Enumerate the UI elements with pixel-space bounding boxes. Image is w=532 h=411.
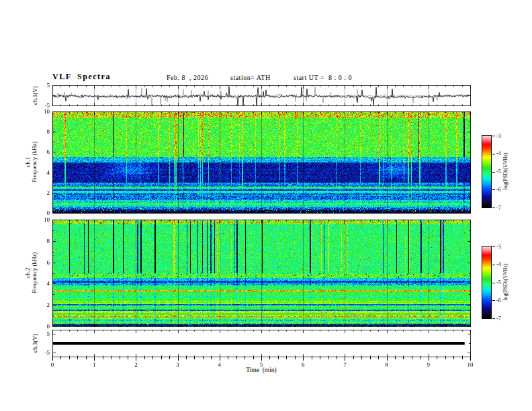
time-axis-tick [245, 357, 245, 359]
colorbar-1-tick--3: -3 [496, 134, 501, 139]
time-axis-tick [312, 357, 312, 359]
time-axis-tick [94, 357, 95, 361]
ch1-waveform-plot [52, 85, 471, 106]
ch2-freq-ytick-6: 6 [30, 260, 50, 266]
time-axis-tick [437, 357, 437, 359]
time-axis-tick [52, 357, 53, 361]
time-xtick-4: 4 [212, 362, 228, 368]
time-axis-tick [103, 357, 103, 359]
date-label: Feb. 8 , 2026 [167, 74, 208, 81]
time-axis-tick [161, 357, 162, 359]
time-axis-tick [261, 357, 262, 361]
time-axis-tick [303, 357, 304, 361]
time-axis-tick [269, 357, 270, 359]
time-xtick-5: 5 [253, 362, 269, 368]
time-axis-tick [320, 357, 320, 359]
station-label: station= ATH [230, 74, 271, 81]
time-xtick-6: 6 [295, 362, 311, 368]
time-xtick-1: 1 [86, 362, 102, 368]
colorbar-tick [492, 208, 495, 208]
time-axis-tick [453, 357, 454, 359]
ch2-spectrogram [52, 220, 471, 327]
ch2-freq-ytick-4: 4 [30, 281, 50, 287]
ch1-frequency-axis-title-line1: ch.1 [24, 141, 31, 182]
time-axis-tick [370, 357, 371, 359]
time-axis-tick [286, 357, 287, 359]
colorbar-1-tick--7: -7 [496, 205, 501, 211]
time-axis-tick [278, 357, 279, 359]
time-axis-tick [387, 357, 388, 361]
ch2-frequency-axis-title-line2: Frequency (kHz) [31, 252, 38, 293]
time-axis-tick [445, 357, 446, 359]
time-axis-tick [144, 357, 145, 359]
time-axis-tick [152, 357, 153, 359]
colorbar-1-tick--5: -5 [496, 169, 501, 175]
ch1-freq-ytick-10: 10 [30, 109, 50, 115]
colorbar-2-tick--7: -7 [496, 316, 501, 322]
ch1-freq-ytick-8: 8 [30, 129, 50, 135]
colorbar-1 [482, 136, 491, 208]
ch1-freq-ytick-0: 0 [30, 210, 50, 216]
ch1-spectrogram [52, 111, 471, 214]
page-title: VLF Spectra [52, 72, 111, 82]
colorbar-2-tick--4: -4 [496, 262, 501, 267]
time-axis-tick [69, 357, 70, 359]
time-axis-tick [337, 357, 337, 359]
time-axis-tick [169, 357, 170, 359]
time-xtick-3: 3 [170, 362, 186, 368]
time-axis-tick [361, 357, 362, 359]
time-axis-tick [77, 357, 78, 359]
ch2-frequency-axis-title-line1: ch.2 [24, 252, 31, 293]
colorbar-1-tick--4: -4 [496, 151, 501, 156]
colorbar-tick [492, 154, 495, 154]
time-axis-tick [186, 357, 187, 359]
colorbar-tick [492, 172, 495, 173]
colorbar-2-tick--6: -6 [496, 298, 501, 304]
start-ut-label: start UT = 8 : 0 : 0 [294, 74, 352, 81]
time-axis-tick [395, 357, 396, 359]
time-axis-tick [194, 357, 195, 359]
time-axis-tick [203, 357, 204, 359]
time-xtick-10: 10 [462, 362, 478, 368]
time-axis-tick [470, 357, 471, 361]
ch1v-ytick-5: 5 [30, 83, 50, 89]
ch2-freq-ytick-0: 0 [30, 324, 50, 330]
colorbar-tick [492, 265, 495, 265]
colorbar-2-tick--3: -3 [496, 244, 501, 250]
time-xtick-7: 7 [337, 362, 353, 368]
time-axis-tick [420, 357, 420, 359]
ch1-frequency-axis-title-line2: Frequency (kHz) [31, 141, 38, 182]
time-axis-tick [60, 357, 61, 359]
colorbar-tick [492, 318, 495, 319]
time-xtick-9: 9 [420, 362, 437, 368]
time-xtick-8: 8 [379, 362, 395, 368]
colorbar-tick [492, 136, 495, 136]
colorbar-tick [492, 189, 495, 190]
time-axis-tick [328, 357, 329, 359]
time-axis-tick [253, 357, 254, 359]
ch1-frequency-axis-title: ch.1 Frequency (kHz) [24, 141, 38, 182]
colorbar-tick [492, 283, 495, 283]
time-axis-tick [429, 357, 429, 361]
time-axis-tick [86, 357, 87, 359]
time-axis-tick [236, 357, 237, 359]
ch3v-ytick-5: 5 [30, 331, 50, 337]
time-axis-tick [120, 357, 120, 359]
time-axis-tick [462, 357, 463, 359]
ch3v-ytick-neg5: -5 [30, 350, 50, 356]
time-axis-tick [412, 357, 412, 359]
ch2-freq-ytick-8: 8 [30, 238, 50, 244]
time-axis-tick [220, 357, 220, 361]
colorbar-1-title: log(PSD)(V²/Hz) [502, 152, 508, 189]
vlf-spectra-figure: VLF Spectra Feb. 8 , 2026 station= ATH s… [0, 0, 532, 411]
colorbar-tick [492, 300, 495, 301]
time-axis-tick [128, 357, 128, 359]
time-xtick-2: 2 [128, 362, 144, 368]
ch1-freq-ytick-6: 6 [30, 149, 50, 155]
time-xtick-0: 0 [44, 362, 60, 368]
ch1-voltage-axis-title: ch.1(V) [32, 86, 38, 105]
time-axis-tick [353, 357, 354, 359]
ch2-freq-ytick-10: 10 [30, 217, 50, 223]
time-axis-tick [295, 357, 296, 359]
ch1-freq-ytick-4: 4 [30, 170, 50, 176]
